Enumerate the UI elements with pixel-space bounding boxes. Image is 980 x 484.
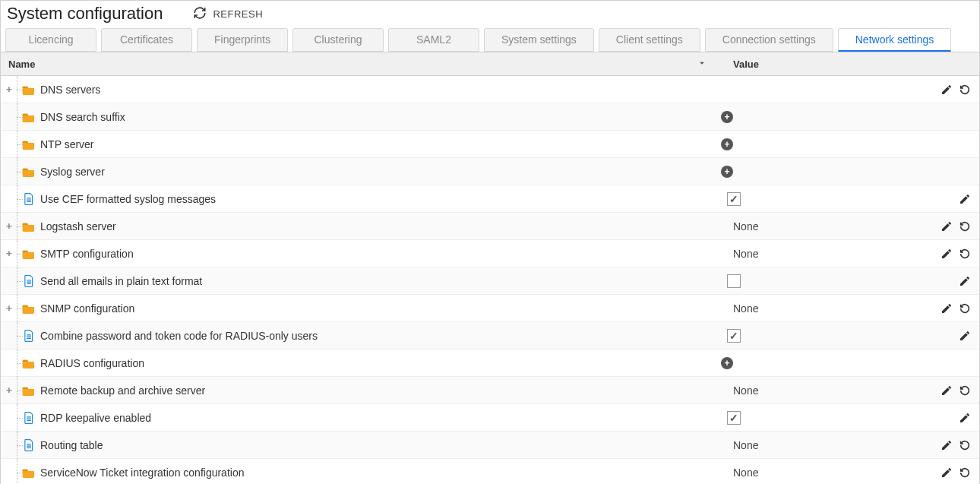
tab-licencing[interactable]: Licencing — [5, 28, 96, 52]
tree-line — [13, 76, 22, 103]
checkbox[interactable] — [727, 329, 741, 343]
reset-icon[interactable] — [958, 302, 972, 315]
name-cell: ServiceNow Ticket integration configurat… — [1, 459, 715, 485]
reset-icon[interactable] — [958, 466, 972, 479]
row-label: SNMP configuration — [40, 302, 134, 315]
tree-line — [13, 404, 22, 432]
value-cell — [715, 274, 897, 288]
row-label: Logstash server — [40, 220, 116, 233]
edit-icon[interactable] — [940, 438, 953, 452]
tree-line — [13, 240, 22, 267]
edit-icon[interactable] — [940, 220, 953, 233]
reset-icon[interactable] — [958, 220, 972, 233]
row-label: Use CEF formatted syslog messages — [40, 193, 216, 205]
refresh-icon — [193, 6, 207, 22]
table-row: +SNMP configurationNone — [1, 295, 979, 322]
name-cell: +SNMP configuration — [1, 295, 715, 322]
row-label: Combine password and token code for RADI… — [40, 330, 318, 342]
column-value-header[interactable]: Value — [715, 59, 897, 70]
name-cell: Syslog server — [1, 158, 715, 185]
header: System configuration REFRESH — [1, 1, 979, 28]
table-row: ServiceNow Ticket integration configurat… — [1, 459, 979, 484]
refresh-label: REFRESH — [213, 8, 263, 20]
tree-line — [13, 432, 22, 459]
table-body: +DNS serversDNS search suffix+NTP server… — [1, 76, 979, 484]
folder-icon — [22, 166, 36, 178]
row-label: Routing table — [40, 439, 103, 451]
edit-icon[interactable] — [940, 466, 953, 479]
checkbox[interactable] — [727, 411, 741, 425]
value-cell: None — [715, 220, 897, 233]
value-cell: + — [715, 138, 897, 150]
row-label: Remote backup and archive server — [40, 384, 205, 397]
column-value-label: Value — [733, 59, 759, 70]
tab-system-settings[interactable]: System settings — [484, 28, 594, 52]
value-text: None — [721, 248, 758, 260]
value-text: None — [721, 302, 758, 315]
edit-icon[interactable] — [958, 329, 972, 343]
tab-certificates[interactable]: Certificates — [101, 28, 192, 52]
table-header: Name Value — [1, 52, 979, 76]
row-label: Send all emails in plain text format — [40, 275, 202, 287]
column-name-header[interactable]: Name — [1, 58, 715, 71]
value-cell: None — [715, 439, 897, 451]
tab-clustering[interactable]: Clustering — [292, 28, 384, 52]
reset-icon[interactable] — [958, 247, 972, 261]
page: System configuration REFRESH LicencingCe… — [0, 0, 980, 484]
tree-line — [13, 377, 22, 404]
table-row: NTP server+ — [1, 131, 979, 158]
edit-icon[interactable] — [940, 302, 953, 315]
table-row: +DNS servers — [1, 76, 979, 103]
add-icon[interactable]: + — [721, 111, 733, 123]
refresh-button[interactable]: REFRESH — [193, 6, 263, 22]
folder-icon — [22, 220, 36, 233]
checkbox[interactable] — [727, 192, 741, 206]
name-cell: Combine password and token code for RADI… — [1, 322, 715, 350]
table-row: RDP keepalive enabled — [1, 404, 979, 432]
folder-icon — [22, 384, 36, 397]
add-icon[interactable]: + — [721, 357, 733, 369]
tab-network-settings[interactable]: Network settings — [838, 28, 951, 52]
tree-line — [13, 295, 22, 322]
folder-icon — [22, 357, 36, 369]
actions-cell — [897, 329, 979, 343]
value-text: None — [721, 384, 758, 397]
table-row: Use CEF formatted syslog messages — [1, 185, 979, 213]
add-icon[interactable]: + — [721, 138, 733, 150]
edit-icon[interactable] — [958, 274, 972, 288]
file-icon — [22, 275, 36, 287]
folder-icon — [22, 138, 36, 150]
row-label: RADIUS configuration — [40, 357, 144, 369]
tab-client-settings[interactable]: Client settings — [599, 28, 700, 52]
name-cell: DNS search suffix — [1, 103, 715, 131]
table-row: Combine password and token code for RADI… — [1, 322, 979, 350]
tab-saml2[interactable]: SAML2 — [388, 28, 479, 52]
tab-fingerprints[interactable]: Fingerprints — [197, 28, 288, 52]
actions-cell — [897, 466, 979, 479]
value-text: None — [721, 220, 758, 233]
reset-icon[interactable] — [958, 438, 972, 452]
table-row: +Logstash serverNone — [1, 213, 979, 240]
reset-icon[interactable] — [958, 83, 972, 96]
settings-table: Name Value +DNS serversDNS search suffix… — [1, 52, 979, 484]
row-label: ServiceNow Ticket integration configurat… — [40, 467, 244, 479]
tree-line — [13, 459, 22, 485]
sort-desc-icon — [697, 58, 707, 71]
add-icon[interactable]: + — [721, 166, 733, 178]
table-row: Send all emails in plain text format — [1, 267, 979, 295]
tab-connection-settings[interactable]: Connection settings — [705, 28, 833, 52]
value-cell — [715, 329, 897, 343]
value-cell: None — [715, 302, 897, 315]
edit-icon[interactable] — [940, 247, 953, 261]
actions-cell — [897, 83, 979, 96]
reset-icon[interactable] — [958, 384, 972, 397]
name-cell: NTP server — [1, 131, 715, 158]
file-icon — [22, 330, 36, 342]
edit-icon[interactable] — [940, 83, 953, 96]
file-icon — [22, 439, 36, 451]
edit-icon[interactable] — [958, 192, 972, 206]
edit-icon[interactable] — [940, 384, 953, 397]
tabs: LicencingCertificatesFingerprintsCluster… — [1, 28, 979, 52]
checkbox[interactable] — [727, 274, 741, 288]
edit-icon[interactable] — [958, 411, 972, 425]
